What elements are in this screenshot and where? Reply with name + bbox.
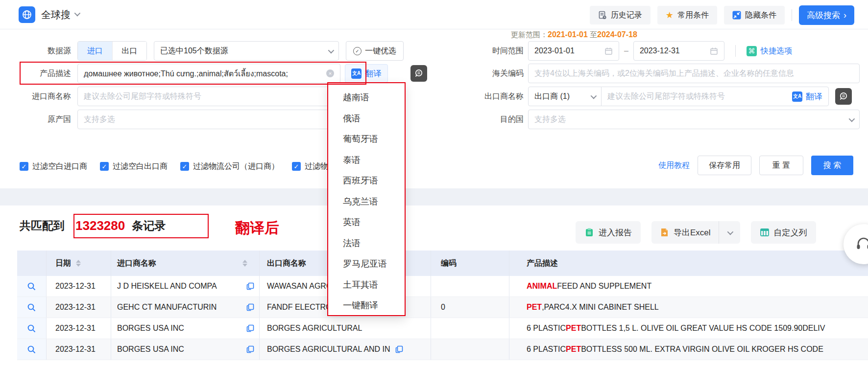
advanced-search-button[interactable]: 高级搜索 › xyxy=(799,5,854,25)
update-range-start: 2021-01-01 xyxy=(548,30,588,39)
tab-import[interactable]: 进口 xyxy=(78,42,112,60)
history-button[interactable]: 历史记录 xyxy=(590,6,651,24)
header-hs-code-label: 编码 xyxy=(441,258,457,269)
sort-icon[interactable] xyxy=(76,260,81,267)
header-product-desc[interactable]: 产品描述 xyxy=(509,251,868,276)
checkbox-checked-icon[interactable]: ✓ xyxy=(292,162,301,171)
row-search-icon[interactable] xyxy=(27,303,36,312)
lang-item-portuguese[interactable]: 葡萄牙语 xyxy=(328,129,405,150)
synonym-search-icon[interactable] xyxy=(835,88,852,105)
exporter-name[interactable]: BORGES AGRICULTURAL AND IN xyxy=(267,345,390,354)
cell-product-desc: 6 PLASTIC PET BOTTLESS 500 ML. EXTRA VIR… xyxy=(509,339,868,360)
results-table: 日期 进口商名称 出口商名称 编码 产品描述 2023-12-31 J D HE… xyxy=(17,251,868,360)
filter-label: 过滤物流公司（进口商） xyxy=(193,161,279,172)
enter-report-button[interactable]: 进入报告 xyxy=(576,221,641,244)
quick-options-button[interactable]: ⌘ 快捷选项 xyxy=(747,46,792,56)
row-search-icon[interactable] xyxy=(27,345,36,354)
exporter-input[interactable]: 建议去除公司尾部字符或特殊符号 文A 翻译 xyxy=(601,87,829,106)
exporter-translate-button[interactable]: 文A 翻译 xyxy=(792,91,822,102)
hs-code-label: 海关编码 xyxy=(484,68,528,79)
update-range-to: 至 xyxy=(590,30,597,39)
app-switcher-chevron-down-icon[interactable] xyxy=(74,10,81,17)
importer-name[interactable]: J D HEISKELL AND COMPA xyxy=(117,282,217,291)
table-header-row: 日期 进口商名称 出口商名称 编码 产品描述 xyxy=(17,251,868,276)
product-desc-input[interactable]: домашнее животное;Thú cưng.;animal;สัตว์… xyxy=(77,64,340,83)
cell-hs-code: 0 xyxy=(431,297,509,318)
search-button[interactable]: 搜 索 xyxy=(811,156,853,175)
lang-item-ukrainian[interactable]: 乌克兰语 xyxy=(328,191,405,212)
advanced-search-label: 高级搜索 xyxy=(807,10,840,21)
lang-item-translate-all[interactable]: 一键翻译 xyxy=(328,295,405,316)
copy-icon[interactable] xyxy=(395,345,403,353)
lang-item-russian[interactable]: 俄语 xyxy=(328,108,405,129)
copy-icon[interactable] xyxy=(246,282,254,290)
header-date[interactable]: 日期 xyxy=(47,251,111,276)
cell-date: 2023-12-31 xyxy=(47,297,111,318)
table-row: 2023-12-31 BORGES USA INC BORGES AGRICUL… xyxy=(17,318,868,339)
hs-code-input[interactable] xyxy=(528,64,860,83)
lang-item-turkish[interactable]: 土耳其语 xyxy=(328,274,405,296)
cell-date: 2023-12-31 xyxy=(47,276,111,297)
importer-name[interactable]: BORGES USA INC xyxy=(117,324,184,333)
filter-label: 过滤空白出口商 xyxy=(113,161,168,172)
hs-code-row: 海关编码 xyxy=(484,64,860,83)
cell-product-desc: PET,PARC4.X MINI CABINET SHELL xyxy=(509,297,868,318)
lang-item-spanish[interactable]: 西班牙语 xyxy=(328,170,405,191)
clear-icon[interactable]: × xyxy=(326,69,334,77)
filter-logistics-importer[interactable]: ✓ 过滤物流公司（进口商） xyxy=(180,161,279,172)
reset-button[interactable]: 重 置 xyxy=(759,156,803,175)
exporter-name[interactable]: BORGES AGRICULTURAL xyxy=(267,324,362,333)
header-hs-code[interactable]: 编码 xyxy=(431,251,509,276)
topbar-divider xyxy=(792,9,792,21)
cell-hs-code xyxy=(431,276,509,297)
destination-country-select[interactable]: 支持多选 xyxy=(528,110,860,129)
section-divider-band xyxy=(0,188,868,205)
origin-country-row: 原产国 支持多选 xyxy=(20,110,340,129)
lang-item-vietnamese[interactable]: 越南语 xyxy=(328,87,405,108)
export-options-chevron[interactable] xyxy=(719,221,740,244)
exporter-type-select[interactable]: 出口商 (1) xyxy=(528,87,602,106)
cell-exporter: BORGES AGRICULTURAL AND IN xyxy=(260,339,431,360)
data-source-label: 数据源 xyxy=(20,46,77,56)
exporter-type-value: 出口商 (1) xyxy=(534,91,570,102)
filter-blank-exporter[interactable]: ✓ 过滤空白出口商 xyxy=(100,161,168,172)
header-importer[interactable]: 进口商名称 xyxy=(111,251,260,276)
tutorial-link[interactable]: 使用教程 xyxy=(658,160,690,171)
save-favorite-button[interactable]: 保存常用 xyxy=(698,156,751,175)
destination-country-row: 目的国 支持多选 xyxy=(484,110,860,129)
filter-blank-importer[interactable]: ✓ 过滤空白进口商 xyxy=(20,161,87,172)
origin-country-select[interactable]: 支持多选 xyxy=(77,110,340,129)
lang-item-english[interactable]: 英语 xyxy=(328,212,405,233)
importer-name[interactable]: BORGES USA INC xyxy=(117,345,184,354)
end-date-input[interactable]: 2023-12-31 xyxy=(633,41,724,61)
calendar-icon xyxy=(710,47,718,55)
tab-export[interactable]: 出口 xyxy=(112,42,147,60)
row-search-icon[interactable] xyxy=(27,282,36,291)
checkbox-checked-icon[interactable]: ✓ xyxy=(20,162,28,171)
favorite-conditions-button[interactable]: ★ 常用条件 xyxy=(657,6,717,24)
lang-item-french[interactable]: 法语 xyxy=(328,233,405,254)
lang-item-romanian[interactable]: 罗马尼亚语 xyxy=(328,253,405,274)
importer-input[interactable] xyxy=(77,87,340,106)
sort-icon[interactable] xyxy=(242,260,247,267)
table-row: 2023-12-31 GEHC CT MANUFACTURIN FANDF EL… xyxy=(17,297,868,318)
checkbox-checked-icon[interactable]: ✓ xyxy=(100,162,109,171)
start-date-input[interactable]: 2023-01-01 xyxy=(528,41,619,61)
importer-name[interactable]: GEHC CT MANUFACTURIN xyxy=(117,303,217,312)
product-desc-label: 产品描述 xyxy=(20,68,77,79)
result-count-prefix: 共匹配到 xyxy=(20,218,65,233)
one-click-optimize-button[interactable]: ✓ 一键优选 xyxy=(346,41,404,61)
lang-item-thai[interactable]: 泰语 xyxy=(328,150,405,171)
row-search-icon[interactable] xyxy=(27,324,36,333)
synonym-search-icon[interactable] xyxy=(410,65,427,82)
copy-icon[interactable] xyxy=(246,345,254,353)
export-excel-button[interactable]: 导出Excel xyxy=(651,221,719,244)
translate-button[interactable]: 文A 翻译 xyxy=(345,64,388,83)
hide-conditions-button[interactable]: 隐藏条件 xyxy=(724,6,785,24)
copy-icon[interactable] xyxy=(246,324,254,332)
custom-columns-button[interactable]: 自定义列 xyxy=(751,221,816,244)
data-source-select[interactable]: 已选中105个数据源 xyxy=(154,41,339,61)
cell-hs-code xyxy=(431,318,509,339)
copy-icon[interactable] xyxy=(246,303,254,311)
checkbox-checked-icon[interactable]: ✓ xyxy=(180,162,189,171)
